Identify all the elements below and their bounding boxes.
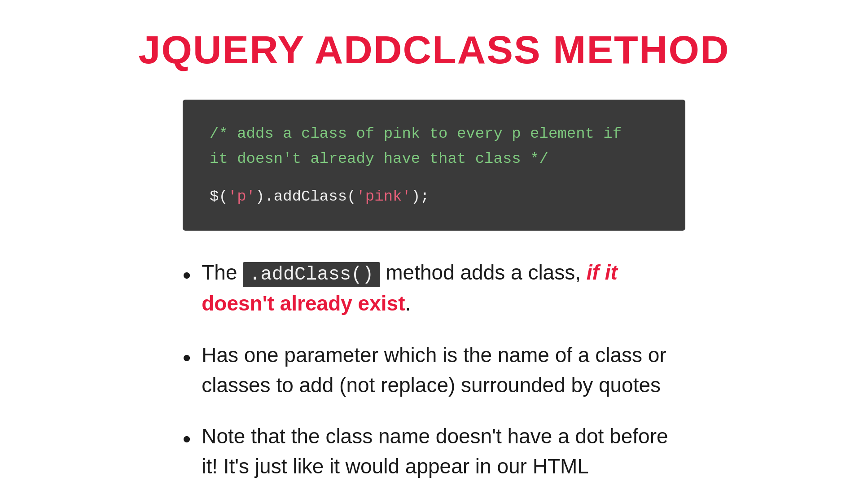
code-comment-line1: /* adds a class of pink to every p eleme… bbox=[210, 121, 658, 146]
code-main-line: $('p').addClass('pink'); bbox=[210, 184, 658, 209]
list-item-1: • The .addClass() method adds a class, i… bbox=[183, 258, 685, 319]
bullet-dot-1: • bbox=[183, 258, 191, 292]
code-string-p: 'p' bbox=[228, 188, 255, 205]
addclass-code-inline: .addClass() bbox=[243, 262, 380, 287]
bullet-dot-3: • bbox=[183, 422, 191, 456]
code-semicolon: ); bbox=[411, 188, 430, 205]
bullet-dot-2: • bbox=[183, 341, 191, 375]
bullet-text-3: Note that the class name doesn't have a … bbox=[202, 421, 685, 481]
highlight-doesnt-exist: doesn't already exist bbox=[202, 292, 405, 315]
page-title: jQuery addClass Method bbox=[139, 27, 730, 73]
code-block: /* adds a class of pink to every p eleme… bbox=[183, 100, 685, 231]
bullet-list: • The .addClass() method adds a class, i… bbox=[183, 258, 685, 490]
list-item-2: • Has one parameter which is the name of… bbox=[183, 340, 685, 400]
code-selector: $( bbox=[210, 188, 228, 205]
code-comment-line2: it doesn't already have that class */ bbox=[210, 146, 658, 171]
code-string-pink: 'pink' bbox=[356, 188, 411, 205]
bullet-text-1: The .addClass() method adds a class, if … bbox=[202, 258, 685, 319]
highlight-if-it: if it bbox=[587, 261, 618, 284]
bullet-text-2: Has one parameter which is the name of a… bbox=[202, 340, 685, 400]
code-paren-close: ).addClass( bbox=[255, 188, 356, 205]
list-item-3: • Note that the class name doesn't have … bbox=[183, 421, 685, 481]
